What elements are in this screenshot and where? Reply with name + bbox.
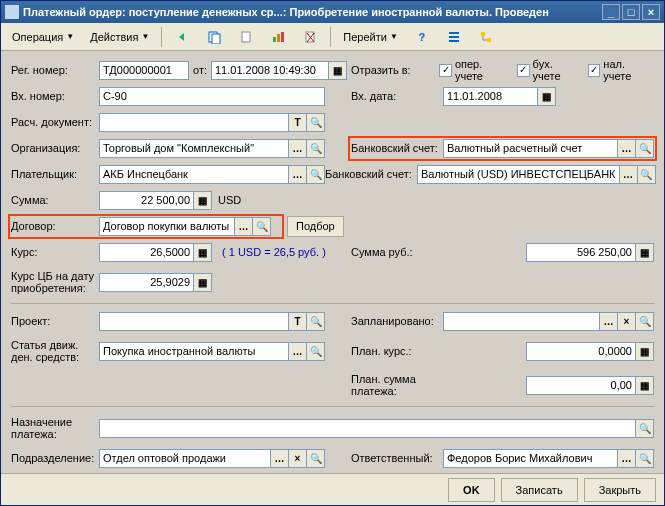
search-icon[interactable]: 🔍	[636, 419, 654, 438]
select-button[interactable]: …	[289, 342, 307, 361]
calendar-icon[interactable]: ▦	[538, 87, 556, 106]
dept-input[interactable]: Отдел оптовой продажи	[99, 449, 271, 468]
sum-rub-label: Сумма руб.:	[351, 246, 443, 258]
toolbar: Операция▼ Действия▼ Перейти▼ ?	[1, 23, 664, 51]
reg-date-input[interactable]: 11.01.2008 10:49:30	[211, 61, 329, 80]
search-icon[interactable]: 🔍	[307, 312, 325, 331]
calc-icon[interactable]: ▦	[194, 273, 212, 292]
goto-menu[interactable]: Перейти▼	[336, 26, 405, 48]
select-button[interactable]: …	[600, 312, 618, 331]
calendar-icon[interactable]: ▦	[329, 61, 347, 80]
vh-date-input[interactable]: 11.01.2008	[443, 87, 538, 106]
save-button[interactable]: Записать	[501, 478, 578, 502]
clear-button[interactable]: ×	[289, 449, 307, 468]
rate-note: ( 1 USD = 26,5 руб. )	[222, 246, 326, 258]
contract-highlighted: Договор: Договор покупки валюты … 🔍	[8, 214, 284, 239]
app-icon	[5, 5, 19, 19]
search-icon[interactable]: 🔍	[307, 113, 325, 132]
calc-icon[interactable]: ▦	[636, 342, 654, 361]
cbrate-input[interactable]: 25,9029	[99, 273, 194, 292]
contract-input[interactable]: Договор покупки валюты	[99, 217, 235, 236]
search-icon[interactable]: 🔍	[307, 342, 325, 361]
nal-checkbox[interactable]: ✓	[588, 64, 601, 77]
purpose-input[interactable]	[99, 419, 636, 438]
svg-rect-4	[277, 34, 280, 42]
text-button[interactable]: T	[289, 312, 307, 331]
actions-menu[interactable]: Действия▼	[83, 26, 156, 48]
reflect-label: Отразить в:	[351, 64, 439, 76]
calc-icon[interactable]: ▦	[194, 191, 212, 210]
rate-label: Курс:	[11, 246, 99, 258]
rate-input[interactable]: 26,5000	[99, 243, 194, 262]
plan-rate-input[interactable]: 0,0000	[526, 342, 636, 361]
vh-no-label: Вх. номер:	[11, 90, 99, 102]
maximize-button[interactable]: □	[622, 4, 640, 20]
doc-new-icon[interactable]	[231, 26, 261, 48]
svg-rect-8	[487, 38, 491, 42]
project-input[interactable]	[99, 312, 289, 331]
planned-input[interactable]	[443, 312, 600, 331]
oper-checkbox[interactable]: ✓	[439, 64, 452, 77]
plan-rate-label: План. курс.:	[351, 345, 443, 357]
doc-delete-icon[interactable]	[295, 26, 325, 48]
vh-no-input[interactable]: С-90	[99, 87, 325, 106]
minimize-button[interactable]: _	[602, 4, 620, 20]
sum-input[interactable]: 22 500,00	[99, 191, 194, 210]
svg-rect-7	[481, 32, 485, 36]
bank2-input[interactable]: Валютный (USD) ИНВЕСТСПЕЦБАНК	[417, 165, 620, 184]
calc-icon[interactable]: ▦	[636, 376, 654, 395]
ok-button[interactable]: OK	[448, 478, 495, 502]
article-label: Статья движ. ден. средств:	[11, 339, 99, 363]
select-button[interactable]: …	[289, 165, 307, 184]
sum-rub-input[interactable]: 596 250,00	[526, 243, 636, 262]
calc-icon[interactable]: ▦	[194, 243, 212, 262]
copy-icon[interactable]	[199, 26, 229, 48]
select-button[interactable]: …	[289, 139, 307, 158]
resp-label: Ответственный:	[351, 452, 443, 464]
org-input[interactable]: Торговый дом "Комплексный"	[99, 139, 289, 158]
doc-chart-icon[interactable]	[263, 26, 293, 48]
search-icon[interactable]: 🔍	[307, 139, 325, 158]
reg-no-input[interactable]: ТД000000001	[99, 61, 189, 80]
cbrate-label: Курс ЦБ на дату приобретения:	[11, 270, 99, 294]
search-icon[interactable]: 🔍	[253, 217, 271, 236]
select-button[interactable]: …	[618, 449, 636, 468]
resp-input[interactable]: Федоров Борис Михайлович	[443, 449, 618, 468]
plan-sum-input[interactable]: 0,00	[526, 376, 636, 395]
rasch-input[interactable]	[99, 113, 289, 132]
close-window-button[interactable]: Закрыть	[584, 478, 656, 502]
nav-back-icon[interactable]	[167, 26, 197, 48]
help-icon[interactable]: ?	[407, 26, 437, 48]
select-button[interactable]: …	[271, 449, 289, 468]
list-icon[interactable]	[439, 26, 469, 48]
from-label: от:	[193, 64, 207, 76]
search-icon[interactable]: 🔍	[636, 312, 654, 331]
search-icon[interactable]: 🔍	[638, 165, 656, 184]
payer-input[interactable]: АКБ Инспецбанк	[99, 165, 289, 184]
search-icon[interactable]: 🔍	[307, 449, 325, 468]
search-icon[interactable]: 🔍	[636, 449, 654, 468]
select-button[interactable]: …	[620, 165, 638, 184]
bank2-label: Банковский счет:	[325, 168, 417, 180]
sum-label: Сумма:	[11, 194, 99, 206]
clear-button[interactable]: ×	[618, 312, 636, 331]
text-button[interactable]: T	[289, 113, 307, 132]
select-button[interactable]: …	[618, 139, 636, 158]
operation-menu[interactable]: Операция▼	[5, 26, 81, 48]
bank1-label: Банковский счет:	[351, 142, 443, 154]
select-contract-button[interactable]: Подбор	[287, 216, 344, 237]
currency-label: USD	[218, 194, 241, 206]
article-input[interactable]: Покупка иностранной валюты	[99, 342, 289, 361]
bank1-input[interactable]: Валютный расчетный счет	[443, 139, 618, 158]
titlebar: Платежный ордер: поступление денежных ср…	[1, 1, 664, 23]
search-icon[interactable]: 🔍	[307, 165, 325, 184]
close-button[interactable]: ×	[642, 4, 660, 20]
search-icon[interactable]: 🔍	[636, 139, 654, 158]
buh-checkbox[interactable]: ✓	[517, 64, 530, 77]
reg-no-label: Рег. номер:	[11, 64, 99, 76]
svg-rect-3	[273, 37, 276, 42]
select-button[interactable]: …	[235, 217, 253, 236]
calc-icon[interactable]: ▦	[636, 243, 654, 262]
form-area: Рег. номер: ТД000000001 от: 11.01.2008 1…	[1, 51, 664, 473]
struct-icon[interactable]	[471, 26, 501, 48]
